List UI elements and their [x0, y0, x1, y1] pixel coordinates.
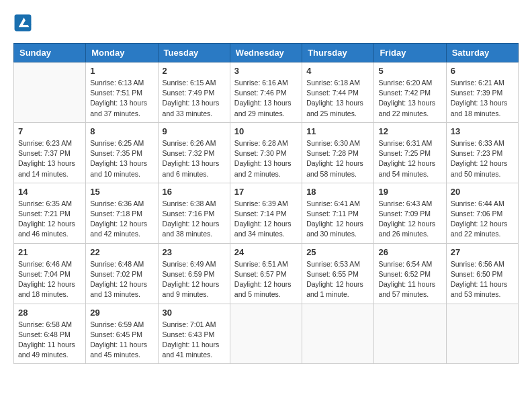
- day-info: Sunrise: 6:36 AM Sunset: 7:18 PM Dayligh…: [90, 199, 153, 240]
- day-info: Sunrise: 6:54 AM Sunset: 6:52 PM Dayligh…: [378, 259, 441, 300]
- day-number: 22: [90, 247, 153, 257]
- day-cell: 8Sunrise: 6:25 AM Sunset: 7:35 PM Daylig…: [86, 122, 158, 183]
- day-number: 8: [90, 126, 153, 136]
- day-cell: 18Sunrise: 6:41 AM Sunset: 7:11 PM Dayli…: [302, 183, 374, 243]
- day-cell: 28Sunrise: 6:58 AM Sunset: 6:48 PM Dayli…: [14, 304, 86, 364]
- day-number: 25: [306, 247, 369, 257]
- day-info: Sunrise: 6:28 AM Sunset: 7:30 PM Dayligh…: [234, 138, 298, 179]
- day-info: Sunrise: 6:33 AM Sunset: 7:23 PM Dayligh…: [451, 138, 514, 179]
- day-info: Sunrise: 6:13 AM Sunset: 7:51 PM Dayligh…: [90, 78, 153, 119]
- day-cell: 15Sunrise: 6:36 AM Sunset: 7:18 PM Dayli…: [86, 183, 158, 243]
- page-header: [13, 13, 519, 32]
- day-info: Sunrise: 6:39 AM Sunset: 7:14 PM Dayligh…: [234, 199, 298, 240]
- day-number: 27: [451, 247, 514, 257]
- day-number: 29: [90, 308, 153, 318]
- day-cell: 10Sunrise: 6:28 AM Sunset: 7:30 PM Dayli…: [230, 122, 302, 183]
- day-info: Sunrise: 6:48 AM Sunset: 7:02 PM Dayligh…: [90, 259, 153, 300]
- day-info: Sunrise: 6:20 AM Sunset: 7:42 PM Dayligh…: [378, 78, 441, 119]
- col-header-saturday: Saturday: [446, 44, 518, 62]
- day-info: Sunrise: 6:46 AM Sunset: 7:04 PM Dayligh…: [18, 259, 81, 300]
- week-row-4: 21Sunrise: 6:46 AM Sunset: 7:04 PM Dayli…: [14, 243, 519, 304]
- day-number: 9: [163, 126, 226, 136]
- day-info: Sunrise: 6:38 AM Sunset: 7:16 PM Dayligh…: [163, 199, 226, 240]
- day-number: 28: [18, 308, 81, 318]
- day-number: 21: [18, 247, 81, 257]
- col-header-wednesday: Wednesday: [230, 44, 302, 62]
- day-cell: 30Sunrise: 7:01 AM Sunset: 6:43 PM Dayli…: [158, 304, 230, 364]
- day-number: 16: [163, 187, 226, 197]
- day-number: 12: [378, 126, 441, 136]
- day-number: 11: [306, 126, 369, 136]
- day-number: 24: [234, 247, 298, 257]
- day-cell: 29Sunrise: 6:59 AM Sunset: 6:45 PM Dayli…: [86, 304, 158, 364]
- day-number: 10: [234, 126, 298, 136]
- day-cell: 11Sunrise: 6:30 AM Sunset: 7:28 PM Dayli…: [302, 122, 374, 183]
- col-header-thursday: Thursday: [302, 44, 374, 62]
- day-cell: 21Sunrise: 6:46 AM Sunset: 7:04 PM Dayli…: [14, 243, 86, 304]
- day-number: 18: [306, 187, 369, 197]
- week-row-2: 7Sunrise: 6:23 AM Sunset: 7:37 PM Daylig…: [14, 122, 519, 183]
- day-number: 1: [90, 66, 153, 76]
- col-header-sunday: Sunday: [14, 44, 86, 62]
- day-info: Sunrise: 6:56 AM Sunset: 6:50 PM Dayligh…: [451, 259, 514, 300]
- week-row-3: 14Sunrise: 6:35 AM Sunset: 7:21 PM Dayli…: [14, 183, 519, 243]
- day-number: 7: [18, 126, 81, 136]
- day-cell: 22Sunrise: 6:48 AM Sunset: 7:02 PM Dayli…: [86, 243, 158, 304]
- day-info: Sunrise: 6:21 AM Sunset: 7:39 PM Dayligh…: [451, 78, 514, 119]
- day-cell: 12Sunrise: 6:31 AM Sunset: 7:25 PM Dayli…: [374, 122, 446, 183]
- day-number: 23: [163, 247, 226, 257]
- day-cell: [302, 304, 374, 364]
- logo-icon: [13, 13, 32, 32]
- day-cell: 7Sunrise: 6:23 AM Sunset: 7:37 PM Daylig…: [14, 122, 86, 183]
- day-cell: [14, 62, 86, 123]
- day-cell: 27Sunrise: 6:56 AM Sunset: 6:50 PM Dayli…: [446, 243, 518, 304]
- day-info: Sunrise: 6:30 AM Sunset: 7:28 PM Dayligh…: [306, 138, 369, 179]
- day-info: Sunrise: 6:25 AM Sunset: 7:35 PM Dayligh…: [90, 138, 153, 179]
- day-cell: 1Sunrise: 6:13 AM Sunset: 7:51 PM Daylig…: [86, 62, 158, 123]
- day-cell: 23Sunrise: 6:49 AM Sunset: 6:59 PM Dayli…: [158, 243, 230, 304]
- day-cell: [374, 304, 446, 364]
- day-info: Sunrise: 6:49 AM Sunset: 6:59 PM Dayligh…: [163, 259, 226, 300]
- day-cell: 3Sunrise: 6:16 AM Sunset: 7:46 PM Daylig…: [230, 62, 302, 123]
- day-cell: 16Sunrise: 6:38 AM Sunset: 7:16 PM Dayli…: [158, 183, 230, 243]
- week-row-5: 28Sunrise: 6:58 AM Sunset: 6:48 PM Dayli…: [14, 304, 519, 364]
- day-number: 19: [378, 187, 441, 197]
- day-info: Sunrise: 6:58 AM Sunset: 6:48 PM Dayligh…: [18, 320, 81, 361]
- day-cell: [230, 304, 302, 364]
- day-number: 6: [451, 66, 514, 76]
- day-info: Sunrise: 6:16 AM Sunset: 7:46 PM Dayligh…: [234, 78, 298, 119]
- day-cell: 24Sunrise: 6:51 AM Sunset: 6:57 PM Dayli…: [230, 243, 302, 304]
- day-info: Sunrise: 6:15 AM Sunset: 7:49 PM Dayligh…: [163, 78, 226, 119]
- col-header-monday: Monday: [86, 44, 158, 62]
- day-info: Sunrise: 6:41 AM Sunset: 7:11 PM Dayligh…: [306, 199, 369, 240]
- day-cell: [446, 304, 518, 364]
- day-number: 26: [378, 247, 441, 257]
- day-cell: 5Sunrise: 6:20 AM Sunset: 7:42 PM Daylig…: [374, 62, 446, 123]
- day-number: 17: [234, 187, 298, 197]
- day-info: Sunrise: 6:26 AM Sunset: 7:32 PM Dayligh…: [163, 138, 226, 179]
- day-info: Sunrise: 7:01 AM Sunset: 6:43 PM Dayligh…: [163, 320, 226, 361]
- day-info: Sunrise: 6:31 AM Sunset: 7:25 PM Dayligh…: [378, 138, 441, 179]
- day-info: Sunrise: 6:43 AM Sunset: 7:09 PM Dayligh…: [378, 199, 441, 240]
- day-number: 4: [306, 66, 369, 76]
- day-cell: 19Sunrise: 6:43 AM Sunset: 7:09 PM Dayli…: [374, 183, 446, 243]
- day-info: Sunrise: 6:23 AM Sunset: 7:37 PM Dayligh…: [18, 138, 81, 179]
- day-number: 15: [90, 187, 153, 197]
- day-cell: 2Sunrise: 6:15 AM Sunset: 7:49 PM Daylig…: [158, 62, 230, 123]
- day-info: Sunrise: 6:18 AM Sunset: 7:44 PM Dayligh…: [306, 78, 369, 119]
- day-cell: 14Sunrise: 6:35 AM Sunset: 7:21 PM Dayli…: [14, 183, 86, 243]
- day-number: 2: [163, 66, 226, 76]
- day-cell: 9Sunrise: 6:26 AM Sunset: 7:32 PM Daylig…: [158, 122, 230, 183]
- day-number: 3: [234, 66, 298, 76]
- calendar: SundayMondayTuesdayWednesdayThursdayFrid…: [13, 43, 519, 364]
- week-row-1: 1Sunrise: 6:13 AM Sunset: 7:51 PM Daylig…: [14, 62, 519, 123]
- day-cell: 20Sunrise: 6:44 AM Sunset: 7:06 PM Dayli…: [446, 183, 518, 243]
- day-cell: 4Sunrise: 6:18 AM Sunset: 7:44 PM Daylig…: [302, 62, 374, 123]
- day-number: 14: [18, 187, 81, 197]
- col-header-tuesday: Tuesday: [158, 44, 230, 62]
- day-cell: 26Sunrise: 6:54 AM Sunset: 6:52 PM Dayli…: [374, 243, 446, 304]
- day-info: Sunrise: 6:35 AM Sunset: 7:21 PM Dayligh…: [18, 199, 81, 240]
- day-number: 13: [451, 126, 514, 136]
- day-cell: 13Sunrise: 6:33 AM Sunset: 7:23 PM Dayli…: [446, 122, 518, 183]
- day-info: Sunrise: 6:59 AM Sunset: 6:45 PM Dayligh…: [90, 320, 153, 361]
